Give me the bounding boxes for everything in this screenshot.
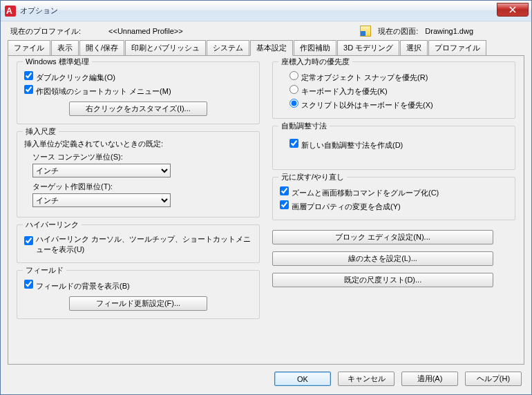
drawing-icon — [360, 26, 371, 37]
group-insert-scale: 挿入尺度 挿入単位が定義されていないときの既定: ソース コンテンツ単位(S):… — [17, 131, 260, 218]
insert-scale-desc: 挿入単位が定義されていないときの既定: — [24, 139, 252, 149]
chk-shortcut-menu[interactable]: 作図領域のショートカット メニュー(M) — [24, 85, 171, 97]
profile-value: <<Unnamed Profile>> — [108, 27, 183, 35]
tab-3[interactable]: 印刷とパブリッシュ — [125, 40, 206, 55]
tab-7[interactable]: 3D モデリング — [337, 40, 399, 55]
btn-block-editor-settings[interactable]: ブロック エディタ設定(N)... — [272, 230, 493, 244]
profile-label: 現在のプロファイル: — [10, 26, 81, 37]
drawing-label: 現在の図面: — [378, 26, 418, 37]
chk-hyperlink-show[interactable]: ハイパーリンク カーソル、ツールチップ、ショートカットメニューを表示(U) — [24, 234, 252, 255]
group-windows-std: Windows 標準処理 ダブルクリック編集(O) 作図領域のショートカット メ… — [17, 61, 260, 124]
legend: 挿入尺度 — [23, 126, 59, 137]
app-icon — [5, 6, 16, 17]
tab-strip: ファイル表示開く/保存印刷とパブリッシュシステム基本設定作図補助3D モデリング… — [1, 39, 531, 55]
tab-panel-basic: Windows 標準処理 ダブルクリック編集(O) 作図領域のショートカット メ… — [8, 55, 524, 365]
tab-6[interactable]: 作図補助 — [294, 40, 336, 55]
help-button[interactable]: ヘルプ(H) — [465, 372, 522, 386]
chk-combine-layer-prop[interactable]: 画層プロパティの変更を合成(Y) — [280, 200, 401, 212]
chk-new-autodim[interactable]: 新しい自動調整寸法を作成(D) — [289, 139, 403, 151]
apply-button[interactable]: 適用(A) — [401, 372, 458, 386]
tab-0[interactable]: ファイル — [8, 40, 50, 55]
group-auto-dim: 自動調整寸法 新しい自動調整寸法を作成(D) — [272, 126, 515, 170]
tab-1[interactable]: 表示 — [51, 40, 79, 55]
legend: フィールド — [23, 265, 66, 276]
btn-default-scale-list[interactable]: 既定の尺度リスト(D)... — [272, 273, 493, 287]
options-dialog: オプション 現在のプロファイル: <<Unnamed Profile>> 現在の… — [0, 0, 532, 395]
radio-osnap-priority[interactable]: 定常オブジェクト スナップを優先(R) — [289, 71, 428, 83]
legend: 元に戻す/やり直し — [278, 172, 347, 182]
group-field: フィールド フィールドの背景を表示(B) フィールド更新設定(F)... — [17, 270, 260, 319]
label-target-units: ターゲット作図単位(T): — [32, 182, 252, 192]
tab-5[interactable]: 基本設定 — [250, 40, 293, 56]
legend: Windows 標準処理 — [23, 57, 92, 67]
close-button[interactable] — [497, 3, 529, 17]
btn-rclick-customize[interactable]: 右クリックをカスタマイズ(I)... — [69, 102, 207, 116]
window-title: オプション — [20, 6, 58, 16]
tab-4[interactable]: システム — [207, 40, 249, 55]
ok-button[interactable]: OK — [274, 372, 331, 386]
chk-field-bg[interactable]: フィールドの背景を表示(B) — [24, 280, 130, 291]
chk-group-zoom-pan[interactable]: ズームと画面移動コマンドをグループ化(C) — [280, 186, 439, 198]
radio-keyboard-except-script[interactable]: スクリプト以外はキーボードを優先(X) — [289, 99, 433, 110]
chk-dblclick-edit[interactable]: ダブルクリック編集(O) — [24, 71, 115, 83]
profile-line: 現在のプロファイル: <<Unnamed Profile>> 現在の図面: Dr… — [1, 21, 531, 39]
select-source-units[interactable]: インチ — [32, 164, 171, 177]
label-source-units: ソース コンテンツ単位(S): — [32, 152, 252, 162]
btn-lineweight-settings[interactable]: 線の太さを設定(L)... — [272, 251, 493, 266]
legend: 座標入力時の優先度 — [278, 57, 352, 67]
cancel-button[interactable]: キャンセル — [338, 372, 395, 386]
group-coord-priority: 座標入力時の優先度 定常オブジェクト スナップを優先(R) キーボード入力を優先… — [272, 61, 515, 119]
legend: 自動調整寸法 — [278, 121, 330, 131]
group-hyperlink: ハイパーリンク ハイパーリンク カーソル、ツールチップ、ショートカットメニューを… — [17, 224, 260, 263]
btn-field-update[interactable]: フィールド更新設定(F)... — [69, 296, 207, 311]
tab-9[interactable]: プロファイル — [428, 40, 486, 55]
tab-2[interactable]: 開く/保存 — [79, 40, 124, 55]
select-target-units[interactable]: インチ — [32, 193, 171, 207]
close-icon — [509, 6, 516, 13]
group-undo-redo: 元に戻す/やり直し ズームと画面移動コマンドをグループ化(C) 画層プロパティの… — [272, 177, 515, 220]
titlebar: オプション — [1, 1, 531, 21]
radio-keyboard-priority[interactable]: キーボード入力を優先(K) — [289, 85, 388, 97]
dialog-footer: OK キャンセル 適用(A) ヘルプ(H) — [1, 365, 531, 394]
legend: ハイパーリンク — [23, 220, 82, 230]
tab-8[interactable]: 選択 — [400, 40, 428, 55]
drawing-value: Drawing1.dwg — [425, 27, 473, 35]
